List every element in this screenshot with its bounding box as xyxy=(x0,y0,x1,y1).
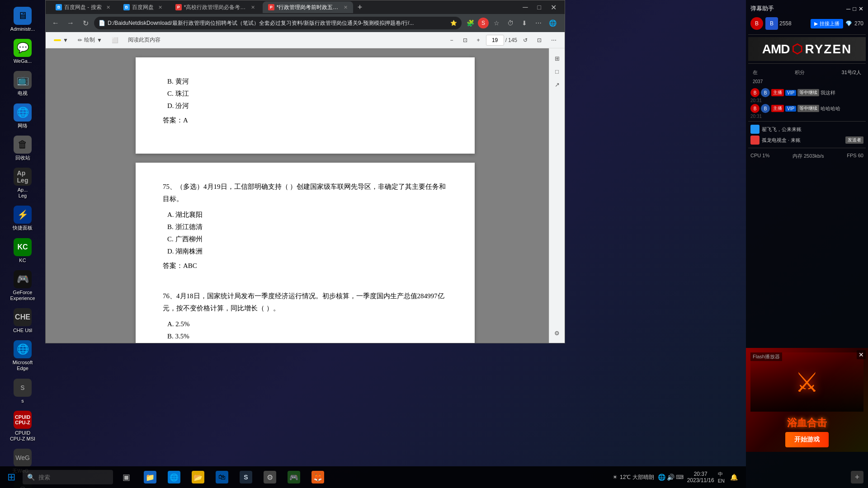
more-btn[interactable]: ⋯ xyxy=(547,34,560,47)
expand-icon[interactable]: ⊞ xyxy=(552,53,562,64)
forward-button[interactable]: → xyxy=(64,17,77,29)
desktop-icon-recycle[interactable]: 🗑 回收站 xyxy=(2,133,43,163)
erase-icon: ⬜ xyxy=(112,37,118,43)
tab-close-3[interactable]: ✕ xyxy=(251,5,255,10)
zoom-out-btn[interactable]: − xyxy=(447,34,457,47)
desktop-icon-geforce[interactable]: 🎮 GeForceExperience xyxy=(2,268,43,304)
notif-avatar-1: B xyxy=(750,88,760,97)
tray-network-icon[interactable]: 🌐 xyxy=(658,474,665,481)
clock[interactable]: 20:37 2023/11/16 xyxy=(687,471,714,483)
toolbar-reading[interactable]: 阅读此页内容 xyxy=(124,34,164,47)
game-ad-close-btn[interactable]: ✕ xyxy=(857,350,866,359)
history-btn[interactable]: ⏱ xyxy=(504,17,517,29)
tab-pdf2[interactable]: P *行政管理岗考前时政五星押题卷● ✕ xyxy=(263,1,353,13)
search-input[interactable] xyxy=(38,474,108,481)
lang-zh: 中 xyxy=(718,471,725,478)
desktop-icon-label-5: 回收站 xyxy=(15,155,30,161)
edge-btn[interactable]: 🌐 xyxy=(546,17,559,29)
new-tab-button[interactable]: + xyxy=(358,3,363,12)
taskbar-files[interactable]: 📂 xyxy=(187,466,209,488)
tray-battery-icon[interactable]: ⌨ xyxy=(676,474,684,480)
favorites-btn[interactable]: ☆ xyxy=(490,17,503,29)
taskbar-explorer[interactable]: 📁 xyxy=(139,466,161,488)
desktop-icon-s[interactable]: s s xyxy=(2,376,43,406)
tab-title-2: 百度网盘 xyxy=(132,4,154,11)
taskbar-firefox[interactable]: 🦊 xyxy=(307,466,329,488)
pdf-content-area[interactable]: B. 黄河 C. 珠江 D. 汾河 答案：A 75、（多选）4月19日，工信部明… xyxy=(46,48,565,343)
toolbar-annotate[interactable]: ✏ 绘制 ▼ xyxy=(74,34,106,47)
present-btn[interactable]: ⊡ xyxy=(533,34,545,47)
taskbar-search-box[interactable]: 🔍 xyxy=(23,470,113,484)
rotate-btn[interactable]: ↺ xyxy=(519,34,531,47)
tab-close-1[interactable]: ✕ xyxy=(106,5,110,10)
maximize-btn[interactable]: □ xyxy=(534,2,545,12)
notification-btn[interactable]: 🔔 xyxy=(728,472,739,483)
send-btn[interactable]: 发送者 xyxy=(845,136,863,144)
close-btn[interactable]: ✕ xyxy=(547,2,560,13)
desktop-icon-label-9: GeForceExperience xyxy=(10,290,35,301)
add-button[interactable]: + xyxy=(851,471,863,483)
settings-gear-icon[interactable]: ⚙ xyxy=(552,328,562,338)
desktop-icon-kuaijian[interactable]: ⚡ 快捷面板 xyxy=(2,203,43,233)
profile-btn[interactable]: S xyxy=(478,18,489,28)
page-number-input[interactable] xyxy=(486,35,504,46)
ryzen-logo-symbol: ⬡ xyxy=(792,42,802,56)
desktop-icon-cpuz[interactable]: CPUIDCPU-Z CPUIDCPU-Z MSI xyxy=(2,408,43,444)
online-label: 在 xyxy=(753,69,758,76)
zoom-in-btn[interactable]: + xyxy=(473,34,484,47)
taskbar-game1[interactable]: 🎮 xyxy=(283,466,305,488)
live-button[interactable]: ▶ 挂接上播 xyxy=(811,19,843,28)
taskbar-steam[interactable]: S xyxy=(235,466,257,488)
tray-volume-icon[interactable]: 🔊 xyxy=(667,474,675,481)
settings-btn[interactable]: ⋯ xyxy=(532,17,545,29)
browser-right-icons: 🧩 S ☆ ⏱ ⬇ ⋯ 🌐 xyxy=(464,17,561,29)
extensions-btn[interactable]: 🧩 xyxy=(464,17,476,29)
sidebar-close-icon[interactable]: ✕ xyxy=(859,5,863,12)
tab-close-2[interactable]: ✕ xyxy=(158,5,162,10)
notif-text-2: 哈哈哈哈 xyxy=(821,105,863,112)
address-bar[interactable]: 📄 D:/BaiduNetdiskDownload/最新行政管理岗位招聘考试（笔… xyxy=(94,17,462,29)
desktop-icon-admin[interactable]: 🖥 Administr... xyxy=(2,5,43,34)
taskbar-settings[interactable]: ⚙ xyxy=(259,466,281,488)
steam-icon: S xyxy=(240,471,252,483)
taskbar-edge[interactable]: 🌐 xyxy=(163,466,185,488)
minimize-btn[interactable]: ─ xyxy=(519,2,531,13)
question-76: 76、4月18日，国家统计局发布一季度经济运行情况。初步核算，一季度国内生产总值… xyxy=(163,290,448,343)
taskbar-task-view[interactable]: ▣ xyxy=(115,466,137,488)
app-row-1: 翟飞飞，公来来账 xyxy=(748,124,866,135)
tab-close-4[interactable]: ✕ xyxy=(344,5,348,10)
desktop-icon-kc[interactable]: KC KC xyxy=(2,236,43,266)
taskbar-store[interactable]: 🛍 xyxy=(211,466,233,488)
desktop-icon-edge[interactable]: 🌐 MicrosoftEdge xyxy=(2,338,43,374)
game-start-button[interactable]: 开始游戏 xyxy=(785,432,829,447)
toolbar-highlight[interactable]: ▼ xyxy=(50,34,72,47)
desktop-icon-che[interactable]: CHE CHE Util xyxy=(2,306,43,336)
pdf-page-1: B. 黄河 C. 珠江 D. 汾河 答案：A xyxy=(136,57,475,154)
back-button[interactable]: ← xyxy=(49,17,62,29)
taskbar: ⊞ 🔍 ▣ 📁 🌐 📂 🛍 S ⚙ 🎮 🦊 xyxy=(0,466,746,488)
annotate-icon: ✏ xyxy=(78,37,82,43)
refresh-button[interactable]: ↻ xyxy=(79,17,92,29)
tab-baidu-disk[interactable]: B 百度网盘 ✕ xyxy=(118,1,168,13)
divider-4 xyxy=(748,148,866,148)
weather-icon: ☀ xyxy=(613,474,618,480)
external-link-icon[interactable]: ↗ xyxy=(552,79,562,90)
tab-baidu-search[interactable]: B 百度网盘 - 搜索 ✕ xyxy=(50,1,116,13)
sidebar-minimize-icon[interactable]: ─ xyxy=(846,5,850,12)
sidebar-resize-icon[interactable]: □ xyxy=(853,5,856,12)
cpu-stats-section: CPU 1% 内存 2503kb/s FPS 60 xyxy=(748,150,866,162)
desktop-icon-tv[interactable]: 📺 电视 xyxy=(2,69,43,99)
tab-pdf1[interactable]: P *高校行政管理岗必备考点.pdf ✕ xyxy=(170,1,260,13)
downloads-btn[interactable]: ⬇ xyxy=(518,17,531,29)
start-button[interactable]: ⊞ xyxy=(2,468,20,486)
fit-page-icon[interactable]: □ xyxy=(552,66,562,77)
weather-section[interactable]: ☀ 12℃ 大部晴朗 xyxy=(613,474,654,481)
desktop-icon-network[interactable]: 🌐 网络 xyxy=(2,101,43,131)
desktop-icon-app[interactable]: ApLeg Ap...Leg xyxy=(2,165,43,201)
score-label: 积分 xyxy=(795,69,805,76)
fit-btn[interactable]: ⊡ xyxy=(459,34,471,47)
ryzen-text: RYZEN xyxy=(805,42,852,56)
notif-avatar-2: B xyxy=(750,104,760,113)
desktop-icon-wechat[interactable]: 💬 WeGa... xyxy=(2,37,43,66)
toolbar-erase[interactable]: ⬜ xyxy=(108,34,122,47)
